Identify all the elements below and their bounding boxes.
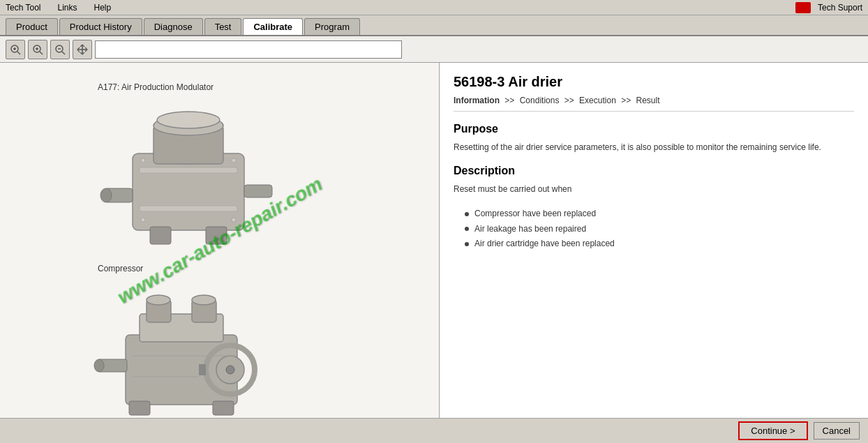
tech-support-icon <box>795 2 811 13</box>
zoom-fit-button[interactable] <box>6 40 25 59</box>
list-item: Air drier cartridge have been replaced <box>465 236 854 252</box>
svg-rect-11 <box>133 153 244 230</box>
search-input[interactable] <box>95 40 402 59</box>
svg-point-30 <box>147 295 170 305</box>
label-a177: A177: Air Production Modulator <box>98 82 214 92</box>
svg-line-1 <box>17 52 20 54</box>
bullet-dot-1 <box>465 212 469 216</box>
tab-program[interactable]: Program <box>304 18 360 35</box>
description-title: Description <box>454 165 854 177</box>
menu-links[interactable]: Links <box>54 1 80 14</box>
toolbar <box>0 36 868 63</box>
list-item: Compressor have been replaced <box>465 207 854 222</box>
list-item: Air leakage has been repaired <box>465 222 854 237</box>
menu-right: Tech Suport <box>795 1 865 14</box>
breadcrumb-sep1: >> <box>504 96 514 105</box>
menu-bar: Tech Tool Links Help Tech Suport <box>0 0 868 15</box>
main-content: A177: Air Production Modulator <box>0 63 868 418</box>
tab-product[interactable]: Product <box>6 18 58 35</box>
zoom-in-button[interactable] <box>28 40 47 59</box>
breadcrumb-conditions: Conditions <box>520 96 560 105</box>
page-title: 56198-3 Air drier <box>454 74 854 90</box>
svg-rect-19 <box>150 227 171 244</box>
breadcrumb-result: Result <box>636 96 660 105</box>
breadcrumb-information: Information <box>454 96 500 105</box>
description-intro: Reset must be carried out when <box>454 183 854 195</box>
purpose-text: Resetting of the air drier service param… <box>454 141 854 153</box>
svg-rect-37 <box>129 401 150 415</box>
svg-rect-21 <box>140 167 237 173</box>
zoom-out-button[interactable] <box>50 40 70 59</box>
breadcrumb: Information >> Conditions >> Execution >… <box>454 96 854 112</box>
bullet-dot-2 <box>465 227 469 231</box>
purpose-title: Purpose <box>454 123 854 135</box>
pan-icon <box>76 43 89 56</box>
bullet-list: Compressor have been replaced Air leakag… <box>454 207 854 252</box>
svg-line-5 <box>40 52 43 54</box>
compressor-svg <box>91 286 272 418</box>
cancel-button[interactable]: Cancel <box>814 422 860 440</box>
tech-support-label: Tech Suport <box>815 1 865 14</box>
bottom-bar: Continue > Cancel <box>0 418 868 443</box>
breadcrumb-execution: Execution <box>579 96 616 105</box>
label-compressor: Compressor <box>98 264 143 273</box>
svg-rect-20 <box>206 227 227 244</box>
tab-test[interactable]: Test <box>204 18 242 35</box>
bullet-dot-3 <box>465 242 469 246</box>
svg-rect-18 <box>244 185 272 197</box>
bullet-text-1: Compressor have been replaced <box>474 207 596 222</box>
zoom-in-icon <box>31 43 44 56</box>
breadcrumb-sep2: >> <box>564 96 574 105</box>
breadcrumb-sep3: >> <box>621 96 631 105</box>
a177-component-image <box>91 98 286 253</box>
bullet-text-2: Air leakage has been repaired <box>474 222 586 237</box>
bullet-text-3: Air drier cartridge have been replaced <box>474 236 615 252</box>
a177-svg <box>91 98 286 251</box>
svg-point-24 <box>232 158 236 163</box>
svg-point-25 <box>141 218 145 222</box>
compressor-component-image <box>91 286 272 418</box>
tab-product-history[interactable]: Product History <box>59 18 142 35</box>
svg-rect-36 <box>199 364 206 375</box>
right-panel: 56198-3 Air drier Information >> Conditi… <box>440 63 868 418</box>
svg-point-35 <box>226 366 234 374</box>
menu-help[interactable]: Help <box>91 1 114 14</box>
svg-rect-38 <box>213 401 234 415</box>
svg-point-32 <box>192 295 216 305</box>
svg-rect-22 <box>140 206 237 211</box>
pan-button[interactable] <box>73 40 92 59</box>
tab-calibrate[interactable]: Calibrate <box>243 18 303 35</box>
svg-point-23 <box>141 158 145 163</box>
svg-point-15 <box>157 112 220 128</box>
svg-point-17 <box>100 188 112 202</box>
menu-techtool[interactable]: Tech Tool <box>3 1 43 14</box>
svg-line-9 <box>62 52 65 54</box>
nav-tabs: Product Product History Diagnose Test Ca… <box>0 15 868 36</box>
tab-diagnose[interactable]: Diagnose <box>144 18 203 35</box>
svg-point-26 <box>232 218 236 222</box>
continue-button[interactable]: Continue > <box>738 421 807 440</box>
left-panel: A177: Air Production Modulator <box>0 63 440 418</box>
zoom-fit-icon <box>9 43 22 56</box>
svg-point-42 <box>94 359 104 372</box>
zoom-out-icon <box>54 43 66 56</box>
